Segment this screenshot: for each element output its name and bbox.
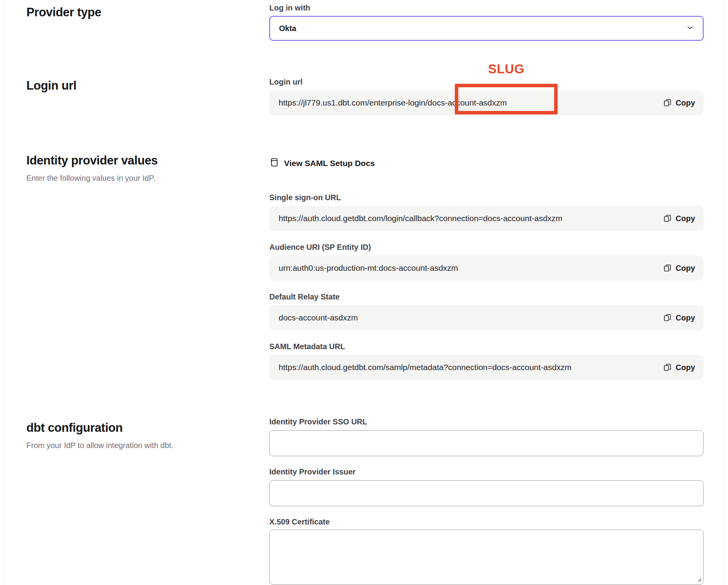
identity-provider-values-heading: Identity provider values: [26, 154, 269, 168]
default-relay-state-group: Default Relay State docs-account-asdxzm …: [269, 292, 704, 330]
section-dbt-configuration: dbt configuration From your IdP to allow…: [3, 417, 723, 585]
audience-uri-copy-button[interactable]: Copy: [663, 264, 695, 273]
audience-uri-group: Audience URI (SP Entity ID) urn:auth0:us…: [269, 243, 704, 280]
x509-certificate-textarea[interactable]: [269, 530, 704, 585]
login-url-field-label: Login url: [269, 78, 704, 86]
login-url-heading: Login url: [26, 79, 269, 93]
copy-icon: [663, 264, 672, 272]
view-saml-setup-docs-link[interactable]: View SAML Setup Docs: [269, 158, 375, 169]
book-icon: [269, 158, 279, 169]
section-login-url: Login url Login url SLUG https://jl779.u…: [3, 78, 723, 115]
copy-icon: [663, 363, 672, 372]
default-relay-state-label: Default Relay State: [269, 292, 704, 301]
saml-metadata-url-label: SAML Metadata URL: [269, 342, 704, 351]
saml-metadata-url-field: https://auth.cloud.getdbt.com/samlp/meta…: [269, 355, 704, 380]
sso-url-field: https://auth.cloud.getdbt.com/login/call…: [269, 206, 704, 231]
sso-url-group: Single sign-on URL https://auth.cloud.ge…: [269, 193, 704, 231]
identity-provider-values-subtitle: Enter the following values in your IdP.: [26, 173, 269, 183]
section-provider-type: Provider type Log in with Okta: [3, 0, 723, 41]
idp-issuer-input[interactable]: [269, 480, 704, 506]
copy-icon: [663, 214, 672, 223]
idp-issuer-group: Identity Provider Issuer: [269, 467, 704, 506]
default-relay-state-value: docs-account-asdxzm: [279, 313, 663, 322]
copy-button-label: Copy: [676, 313, 695, 322]
saml-metadata-url-group: SAML Metadata URL https://auth.cloud.get…: [269, 342, 704, 380]
slug-annotation-label: SLUG: [455, 62, 558, 76]
provider-select-value: Okta: [279, 24, 296, 33]
provider-select[interactable]: Okta: [269, 16, 704, 41]
audience-uri-value: urn:auth0:us-production-mt:docs-account-…: [279, 263, 663, 273]
default-relay-state-field: docs-account-asdxzm Copy: [269, 305, 704, 330]
saml-metadata-url-value: https://auth.cloud.getdbt.com/samlp/meta…: [279, 363, 663, 372]
login-url-field: https://jl779.us1.dbt.com/enterprise-log…: [269, 90, 704, 115]
resize-handle-icon[interactable]: [696, 576, 702, 582]
sso-url-label: Single sign-on URL: [269, 193, 704, 202]
copy-button-label: Copy: [676, 363, 695, 372]
saml-metadata-url-copy-button[interactable]: Copy: [663, 363, 695, 372]
copy-button-label: Copy: [676, 264, 695, 273]
view-saml-setup-docs-label: View SAML Setup Docs: [284, 159, 375, 168]
audience-uri-field: urn:auth0:us-production-mt:docs-account-…: [269, 256, 704, 280]
login-url-copy-button[interactable]: Copy: [663, 99, 695, 107]
audience-uri-label: Audience URI (SP Entity ID): [269, 243, 704, 251]
idp-issuer-label: Identity Provider Issuer: [269, 467, 704, 476]
idp-sso-url-label: Identity Provider SSO URL: [269, 417, 704, 426]
x509-certificate-group: X.509 Certificate: [269, 518, 704, 585]
copy-icon: [663, 99, 672, 107]
x509-certificate-label: X.509 Certificate: [269, 518, 704, 526]
copy-button-label: Copy: [676, 99, 695, 107]
copy-button-label: Copy: [676, 214, 695, 223]
dbt-configuration-subtitle: From your IdP to allow integration with …: [26, 440, 269, 450]
login-with-label: Log in with: [269, 3, 704, 12]
sso-url-copy-button[interactable]: Copy: [663, 214, 695, 223]
chevron-down-icon: [685, 22, 695, 34]
default-relay-state-copy-button[interactable]: Copy: [663, 313, 695, 322]
sso-url-value: https://auth.cloud.getdbt.com/login/call…: [279, 214, 663, 223]
section-identity-provider-values: Identity provider values Enter the follo…: [3, 154, 723, 380]
provider-type-heading: Provider type: [26, 5, 269, 19]
idp-sso-url-input[interactable]: [269, 430, 704, 456]
dbt-configuration-heading: dbt configuration: [26, 421, 269, 435]
idp-sso-url-group: Identity Provider SSO URL: [269, 417, 704, 456]
sso-settings-panel: Provider type Log in with Okta Login url…: [3, 0, 724, 585]
copy-icon: [663, 313, 672, 322]
login-url-value: https://jl779.us1.dbt.com/enterprise-log…: [279, 98, 663, 107]
